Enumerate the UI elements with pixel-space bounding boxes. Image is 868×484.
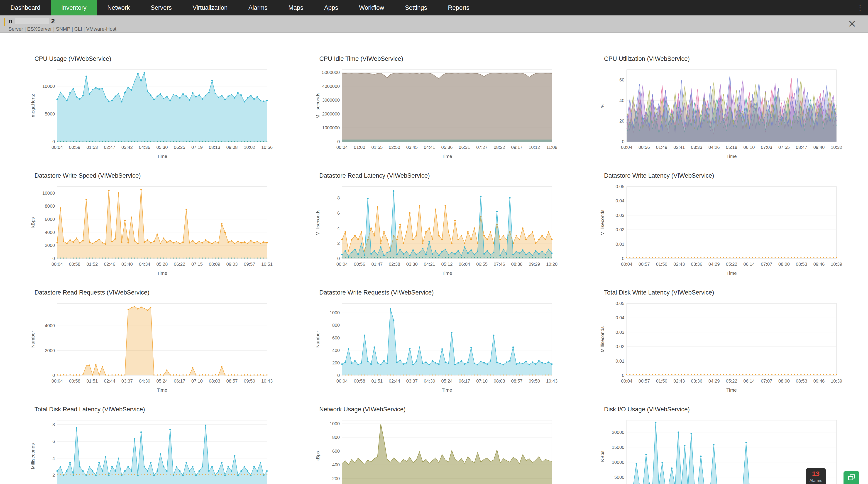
nav-item-virtualization[interactable]: Virtualization [182,0,238,16]
svg-text:10:56: 10:56 [261,145,273,150]
svg-text:02:44: 02:44 [104,379,115,384]
svg-text:05:12: 05:12 [441,262,453,267]
nav-item-workflow[interactable]: Workflow [349,0,395,16]
svg-text:6: 6 [337,211,340,216]
svg-text:15000: 15000 [612,445,625,450]
svg-text:10:51: 10:51 [261,262,273,267]
svg-text:2: 2 [337,241,340,246]
svg-text:0.02: 0.02 [616,344,624,349]
svg-text:06:17: 06:17 [174,379,185,384]
chart-network-usage: Network Usage (VIWebService) 20040060080… [292,406,577,484]
svg-text:04:36: 04:36 [139,145,150,150]
svg-text:00:58: 00:58 [69,379,80,384]
svg-text:09:17: 09:17 [511,145,522,150]
chart-cpu-utilization: CPU Utilization (VIWebService) 020406000… [576,55,861,163]
svg-text:Time: Time [157,270,167,276]
svg-text:Time: Time [157,387,167,393]
chart-datastore-write-requests: Datastore Write Requests (VIWebService) … [292,289,577,397]
close-icon[interactable]: ✕ [848,19,856,29]
nav-item-dashboard[interactable]: Dashboard [0,0,51,16]
svg-text:6: 6 [52,439,55,444]
nav-item-inventory[interactable]: Inventory [51,0,97,16]
nav-item-settings[interactable]: Settings [395,0,437,16]
svg-text:10:39: 10:39 [831,379,842,384]
device-name-prefix: n [8,17,12,25]
svg-text:1000: 1000 [330,310,340,315]
svg-text:02:46: 02:46 [104,262,115,267]
chart-datastore-read-latency: Datastore Read Latency (VIWebService) 02… [292,172,577,280]
nav-item-alarms[interactable]: Alarms [238,0,278,16]
svg-text:01:49: 01:49 [656,145,667,150]
nav-item-maps[interactable]: Maps [278,0,314,16]
svg-text:04:29: 04:29 [709,379,720,384]
nav-item-servers[interactable]: Servers [140,0,182,16]
svg-text:04:26: 04:26 [709,145,720,150]
svg-text:4000: 4000 [45,230,55,235]
svg-text:07:10: 07:10 [476,379,488,384]
svg-text:08:38: 08:38 [511,262,522,267]
svg-text:09:08: 09:08 [226,145,238,150]
svg-text:10:02: 10:02 [244,145,255,150]
svg-text:09:29: 09:29 [529,262,540,267]
datastore-write-latency-chart: 00.010.020.030.040.0500:0400:5701:5002:4… [597,182,842,280]
svg-text:07:27: 07:27 [476,145,488,150]
svg-text:04:29: 04:29 [709,262,720,267]
svg-text:0: 0 [337,373,340,378]
nav-more-icon[interactable]: ⋮ [852,0,868,16]
svg-text:08:57: 08:57 [511,379,522,384]
svg-text:09:40: 09:40 [813,145,825,150]
svg-text:20: 20 [619,118,624,123]
alarm-count-badge: 13 [806,471,826,477]
svg-text:2: 2 [52,473,55,478]
widget-launcher-button[interactable] [843,471,859,484]
svg-text:06:31: 06:31 [459,145,470,150]
chart-title: Network Usage (VIWebService) [319,406,577,413]
svg-text:2000000: 2000000 [322,112,340,116]
svg-text:02:41: 02:41 [674,145,685,150]
svg-text:Milliseconds: Milliseconds [315,93,320,118]
svg-text:08:00: 08:00 [778,379,790,384]
svg-text:4: 4 [337,226,340,231]
svg-text:2000: 2000 [45,243,55,248]
svg-text:01:50: 01:50 [656,379,667,384]
svg-text:05:22: 05:22 [726,262,737,267]
svg-text:00:04: 00:04 [336,145,348,150]
svg-text:02:44: 02:44 [389,379,400,384]
svg-text:0: 0 [622,139,624,144]
svg-text:07:55: 07:55 [778,145,790,150]
device-header: n 2 Server | ESXServer | SNMP | CLI | VM… [0,16,868,33]
svg-text:6000: 6000 [45,217,55,222]
svg-text:0.01: 0.01 [616,242,624,247]
svg-text:08:09: 08:09 [209,262,220,267]
svg-text:0: 0 [337,139,340,144]
alarms-widget[interactable]: 13 Alarms [806,468,826,484]
svg-text:Milliseconds: Milliseconds [600,209,605,235]
svg-text:8: 8 [52,422,55,427]
svg-text:04:34: 04:34 [139,262,150,267]
svg-text:03:45: 03:45 [406,145,417,150]
svg-text:04:30: 04:30 [424,379,435,384]
svg-text:02:43: 02:43 [674,379,685,384]
nav-spacer [480,0,852,16]
svg-text:KBps: KBps [600,450,605,462]
nav-item-reports[interactable]: Reports [437,0,480,16]
severity-accent-bar [4,18,5,26]
svg-text:Number: Number [315,331,320,348]
chart-title: Total Disk Write Latency (VIWebService) [604,289,861,296]
svg-text:8: 8 [337,195,340,200]
svg-text:00:04: 00:04 [621,262,632,267]
chart-title: CPU Usage (VIWebService) [34,55,292,62]
svg-text:00:04: 00:04 [336,379,348,384]
svg-text:Milliseconds: Milliseconds [315,209,320,235]
nav-item-network[interactable]: Network [97,0,140,16]
nav-item-apps[interactable]: Apps [314,0,349,16]
svg-text:07:46: 07:46 [494,262,505,267]
svg-text:0.01: 0.01 [616,359,624,364]
svg-text:09:46: 09:46 [813,262,825,267]
svg-text:08:22: 08:22 [494,145,505,150]
redacted-text [15,18,49,24]
datastore-write-speed-chart: 020004000600080001000000:0400:5801:5202:… [28,182,273,280]
svg-text:0.05: 0.05 [616,301,624,306]
svg-text:00:04: 00:04 [52,145,63,150]
chart-total-disk-read-latency: Total Disk Read Latency (VIWebService) 2… [7,406,292,484]
